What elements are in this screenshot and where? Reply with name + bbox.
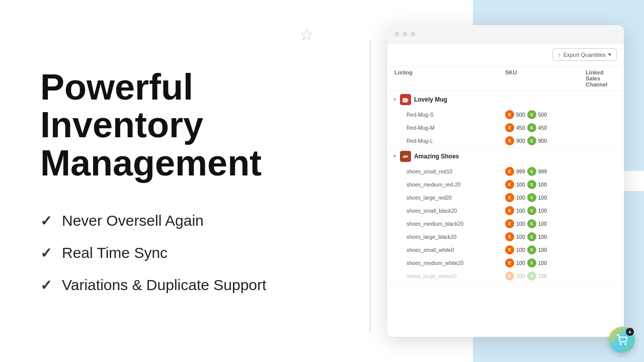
sku-text-red-mug-s: Red-Mug-S bbox=[407, 112, 505, 118]
etsy-badge-shoes-medium-white20: E bbox=[505, 258, 514, 267]
sku-text-shoes-large-red20: shoes_large_red20 bbox=[407, 195, 505, 201]
export-chevron: ▾ bbox=[608, 51, 611, 58]
sku-text-shoes-small-black20: shoes_small_black20 bbox=[407, 208, 505, 214]
shopify-badge-shoes-medium-black20: S bbox=[527, 219, 536, 228]
etsy-badge-red-mug-l: E bbox=[505, 136, 514, 145]
sku-row-shoes-large-white20: shoes_large_white20 E 100 S 100 bbox=[387, 269, 624, 283]
qty-shopify-red-mug-m: 450 bbox=[538, 125, 547, 131]
checkmark-variations: ✓ bbox=[40, 277, 52, 294]
etsy-badge-shoes-large-red20: E bbox=[505, 193, 514, 202]
export-icon: ↑ bbox=[558, 52, 561, 58]
qty-shopify-shoes-small-white0: 100 bbox=[538, 247, 547, 253]
qty-etsy-shoes-medium-red20: 100 bbox=[516, 182, 525, 188]
feature-item-oversell: ✓ Never Oversell Again bbox=[40, 212, 322, 229]
linked-cell-shoes-medium-red20: E 100 S 100 bbox=[505, 180, 586, 189]
shopify-badge-shoes-large-white20: S bbox=[527, 272, 536, 281]
qty-etsy-shoes-small-black20: 100 bbox=[516, 208, 525, 214]
shopify-badge-shoes-small-red10: S bbox=[527, 167, 536, 176]
browser-dot-green bbox=[411, 32, 416, 37]
linked-cell-shoes-large-red20: E 100 S 100 bbox=[505, 193, 586, 202]
qty-shopify-shoes-small-black20: 100 bbox=[538, 208, 547, 214]
etsy-badge-shoes-small-black20: E bbox=[505, 206, 514, 215]
sku-row-red-mug-l: Red-Mug-L E 900 S 900 bbox=[387, 134, 624, 147]
shopify-badge-shoes-large-black20: S bbox=[527, 232, 536, 241]
feature-list: ✓ Never Oversell Again ✓ Real Time Sync … bbox=[40, 212, 322, 294]
sku-row-shoes-medium-white20: shoes_medium_white20 E 100 S 100 bbox=[387, 256, 624, 269]
th-listing: Listing bbox=[394, 69, 505, 87]
linked-cell-shoes-small-white0: E 100 S 100 bbox=[505, 245, 586, 254]
etsy-badge-shoes-large-white20: E bbox=[505, 272, 514, 281]
svg-rect-1 bbox=[407, 99, 409, 102]
product-name-lovely-mug: Lovely Mug bbox=[414, 96, 447, 103]
qty-shopify-shoes-medium-white20: 100 bbox=[538, 260, 547, 266]
product-section-lovely-mug: ▼ Lovely Mug Red-Mug-S E 50 bbox=[387, 91, 624, 148]
linked-cell-red-mug-m: E 450 S 450 bbox=[505, 123, 586, 132]
th-sku: SKU bbox=[505, 69, 586, 87]
export-button[interactable]: ↑ Export Quantities ▾ bbox=[552, 48, 617, 61]
shopify-badge-shoes-medium-white20: S bbox=[527, 258, 536, 267]
sku-row-shoes-large-red20: shoes_large_red20 E 100 S 100 bbox=[387, 191, 624, 204]
sku-text-shoes-small-red10: shoes_small_red10 bbox=[407, 168, 505, 174]
sku-text-red-mug-m: Red-Mug-M bbox=[407, 125, 505, 131]
linked-cell-shoes-medium-black20: E 100 S 100 bbox=[505, 219, 586, 228]
chevron-icon-amazing-shoes: ▼ bbox=[392, 154, 397, 159]
etsy-badge-shoes-small-red10: E bbox=[505, 167, 514, 176]
qty-etsy-red-mug-l: 900 bbox=[516, 138, 525, 144]
etsy-badge-shoes-small-white0: E bbox=[505, 245, 514, 254]
qty-etsy-red-mug-m: 450 bbox=[516, 125, 525, 131]
product-name-cell-lovely-mug: ▼ Lovely Mug bbox=[394, 94, 505, 105]
browser-titlebar bbox=[387, 25, 624, 43]
browser-dots bbox=[394, 32, 416, 37]
export-label: Export Quantities bbox=[564, 52, 606, 58]
shopify-badge-shoes-large-red20: S bbox=[527, 193, 536, 202]
qty-etsy-shoes-large-red20: 100 bbox=[516, 195, 525, 201]
sku-row-red-mug-s: Red-Mug-S E 500 S 500 bbox=[387, 108, 624, 121]
sku-row-shoes-small-white0: shoes_small_white0 E 100 S 100 bbox=[387, 243, 624, 256]
shopify-badge-red-mug-l: S bbox=[527, 136, 536, 145]
product-header-lovely-mug[interactable]: ▼ Lovely Mug bbox=[387, 91, 624, 108]
qty-shopify-shoes-small-red10: 999 bbox=[538, 168, 547, 174]
qty-etsy-shoes-small-white0: 100 bbox=[516, 247, 525, 253]
sku-text-shoes-medium-black20: shoes_medium_black20 bbox=[407, 221, 505, 227]
qty-etsy-shoes-large-white20: 100 bbox=[516, 273, 525, 279]
checkmark-oversell: ✓ bbox=[40, 213, 52, 229]
feature-label-variations: Variations & Duplicate Support bbox=[62, 277, 266, 294]
checkmark-sync: ✓ bbox=[40, 245, 52, 261]
qty-etsy-shoes-small-red10: 999 bbox=[516, 168, 525, 174]
product-header-amazing-shoes[interactable]: ▼ Amazing Shoes bbox=[387, 148, 624, 165]
shopify-badge-red-mug-s: S bbox=[527, 110, 536, 119]
sku-text-shoes-large-black20: shoes_large_black20 bbox=[407, 234, 505, 240]
sku-row-red-mug-m: Red-Mug-M E 450 S 450 bbox=[387, 121, 624, 134]
browser-window: ↑ Export Quantities ▾ Listing SKU Linked… bbox=[387, 25, 624, 337]
shopify-badge-shoes-medium-red20: S bbox=[527, 180, 536, 189]
linked-cell-shoes-small-red10: E 999 S 999 bbox=[505, 167, 586, 176]
cart-icon bbox=[616, 334, 627, 345]
linked-cell-shoes-medium-white20: E 100 S 100 bbox=[505, 258, 586, 267]
sku-text-shoes-medium-white20: shoes_medium_white20 bbox=[407, 260, 505, 266]
th-linked: Linked Sales Channel bbox=[586, 69, 617, 87]
feature-label-sync: Real Time Sync bbox=[62, 244, 168, 261]
qty-etsy-red-mug-s: 500 bbox=[516, 112, 525, 118]
qty-etsy-shoes-medium-white20: 100 bbox=[516, 260, 525, 266]
qty-shopify-shoes-large-black20: 100 bbox=[538, 234, 547, 240]
browser-dot-red bbox=[394, 32, 399, 37]
cart-fab[interactable]: + bbox=[609, 327, 635, 353]
table-header: Listing SKU Linked Sales Channel bbox=[387, 66, 624, 91]
linked-cell-red-mug-l: E 900 S 900 bbox=[505, 136, 586, 145]
sku-row-shoes-large-black20: shoes_large_black20 E 100 S 100 bbox=[387, 230, 624, 243]
etsy-badge-shoes-large-black20: E bbox=[505, 232, 514, 241]
etsy-badge-shoes-medium-red20: E bbox=[505, 180, 514, 189]
product-name-cell-amazing-shoes: ▼ Amazing Shoes bbox=[394, 151, 505, 162]
linked-cell-shoes-small-black20: E 100 S 100 bbox=[505, 206, 586, 215]
qty-shopify-shoes-medium-black20: 100 bbox=[538, 221, 547, 227]
sku-row-shoes-medium-black20: shoes_medium_black20 E 100 S 100 bbox=[387, 217, 624, 230]
sku-text-shoes-small-white0: shoes_small_white0 bbox=[407, 247, 505, 253]
etsy-badge-red-mug-s: E bbox=[505, 110, 514, 119]
sku-row-shoes-medium-red20: shoes_medium_red-20 E 100 S 100 bbox=[387, 178, 624, 191]
browser-mockup: ↑ Export Quantities ▾ Listing SKU Linked… bbox=[387, 25, 624, 337]
feature-label-oversell: Never Oversell Again bbox=[62, 212, 204, 229]
qty-shopify-shoes-large-white20: 100 bbox=[538, 273, 547, 279]
browser-content: ↑ Export Quantities ▾ Listing SKU Linked… bbox=[387, 43, 624, 337]
sku-text-shoes-medium-red20: shoes_medium_red-20 bbox=[407, 182, 505, 188]
cart-plus-icon: + bbox=[626, 328, 634, 336]
